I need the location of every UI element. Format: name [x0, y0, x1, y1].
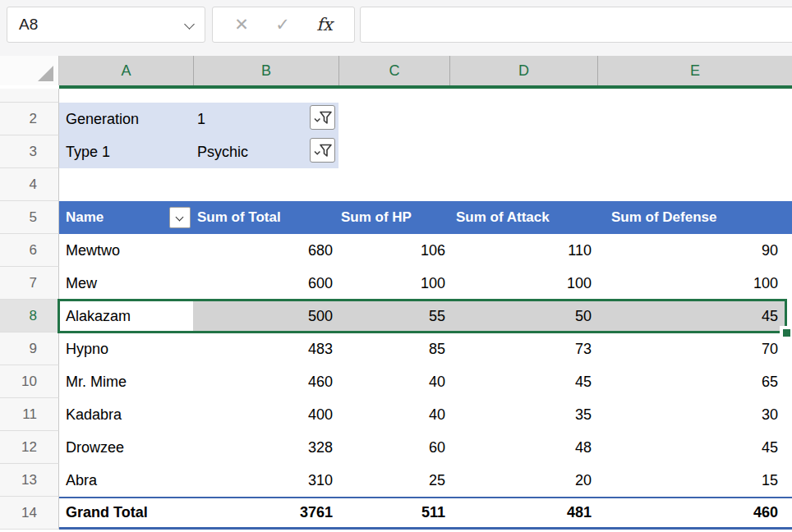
name-filter-dropdown-button[interactable] — [169, 207, 191, 228]
cell-B10-value[interactable]: 460 — [193, 365, 338, 398]
cell-E8-value[interactable]: 45 — [597, 300, 792, 332]
cell-A9-name[interactable]: Hypno — [59, 332, 193, 365]
row-header-10[interactable]: 10 — [0, 365, 59, 398]
cell-C8-value[interactable]: 55 — [338, 300, 449, 332]
cell-C11-value[interactable]: 40 — [338, 398, 449, 431]
cell-C6-value[interactable]: 106 — [338, 234, 449, 267]
chevron-down-icon — [176, 213, 184, 222]
row-header-12[interactable]: 12 — [0, 431, 59, 464]
cell-A10-name[interactable]: Mr. Mime — [59, 365, 193, 398]
cell-E9-value[interactable]: 70 — [597, 332, 792, 365]
cell-B6-value[interactable]: 680 — [193, 234, 338, 267]
cell-C9-value[interactable]: 85 — [338, 332, 449, 365]
name-box[interactable]: A8 — [7, 7, 205, 43]
empty-cell-D2[interactable] — [449, 103, 597, 135]
filter-button-generation[interactable] — [310, 105, 335, 130]
column-header-C[interactable]: C — [338, 56, 449, 85]
pivot-header-sum-of-total[interactable]: Sum of Total — [193, 201, 338, 234]
cell-D13-value[interactable]: 20 — [449, 464, 597, 497]
cell-A7-name[interactable]: Mew — [59, 267, 193, 300]
cell-E12-value[interactable]: 45 — [597, 431, 792, 464]
row-header-14[interactable]: 14 — [0, 497, 59, 530]
pivot-header-sum-of-defense[interactable]: Sum of Defense — [597, 201, 792, 234]
row-header-6[interactable]: 6 — [0, 234, 59, 267]
enter-icon[interactable]: ✓ — [275, 15, 290, 34]
sheet-row-11: 11Kadabra400403530 — [0, 398, 792, 431]
row-header-11[interactable]: 11 — [0, 398, 59, 431]
column-header-B[interactable]: B — [193, 56, 338, 85]
row-header-5[interactable]: 5 — [0, 201, 59, 234]
column-header-A[interactable]: A — [59, 56, 193, 85]
cell-A8-name[interactable]: Alakazam — [59, 300, 193, 332]
column-header-row: ABCDE — [0, 56, 792, 85]
select-all-triangle-icon — [38, 66, 53, 81]
row-header-9[interactable]: 9 — [0, 332, 59, 365]
cell-E7-value[interactable]: 100 — [597, 267, 792, 300]
column-header-E[interactable]: E — [597, 56, 792, 85]
cell-A13-name[interactable]: Abra — [59, 464, 193, 497]
row-header-13[interactable]: 13 — [0, 464, 59, 497]
cell-A12-name[interactable]: Drowzee — [59, 431, 193, 464]
cell-B7-value[interactable]: 600 — [193, 267, 338, 300]
grand-total-label-cell[interactable]: Grand Total — [59, 497, 193, 530]
sheet-row-14: 14Grand Total3761511481460 — [0, 497, 792, 530]
row-header-7[interactable]: 7 — [0, 267, 59, 300]
pivot-header-name[interactable]: Name — [59, 201, 193, 234]
row-header-1[interactable]: 1 — [0, 89, 59, 103]
empty-cell-E2[interactable] — [597, 103, 792, 135]
cell-D7-value[interactable]: 100 — [449, 267, 597, 300]
cell-E11-value[interactable]: 30 — [597, 398, 792, 431]
row-header-3[interactable]: 3 — [0, 135, 59, 168]
cell-D11-value[interactable]: 35 — [449, 398, 597, 431]
empty-cell-C3[interactable] — [338, 135, 449, 168]
cell-A6-name[interactable]: Mewtwo — [59, 234, 193, 267]
filter-field-cell-A3[interactable]: Type 1 — [59, 135, 193, 168]
empty-cell-E3[interactable] — [597, 135, 792, 168]
row-header-8[interactable]: 8 — [0, 300, 59, 332]
pivot-header-sum-of-hp[interactable]: Sum of HP — [338, 201, 449, 234]
row-header-4[interactable]: 4 — [0, 168, 59, 201]
cell-B8-value[interactable]: 500 — [193, 300, 338, 332]
empty-cell-C2[interactable] — [338, 103, 449, 135]
sheet-row-9: 9Hypno483857370 — [0, 332, 792, 365]
cell-A11-name[interactable]: Kadabra — [59, 398, 193, 431]
grand-total-E-value[interactable]: 460 — [597, 497, 792, 530]
cell-C7-value[interactable]: 100 — [338, 267, 449, 300]
cell-C10-value[interactable]: 40 — [338, 365, 449, 398]
cell-B13-value[interactable]: 310 — [193, 464, 338, 497]
cell-D8-value[interactable]: 50 — [449, 300, 597, 332]
cell-C13-value[interactable]: 25 — [338, 464, 449, 497]
cell-D10-value[interactable]: 45 — [449, 365, 597, 398]
filter-value-cell-B2[interactable]: 1 — [193, 103, 338, 135]
grand-total-C-value[interactable]: 511 — [338, 497, 449, 530]
cancel-icon[interactable]: ✕ — [234, 15, 249, 34]
cell-D12-value[interactable]: 48 — [449, 431, 597, 464]
sheet-row-10: 10Mr. Mime460404565 — [0, 365, 792, 398]
empty-cell-D3[interactable] — [449, 135, 597, 168]
empty-row-4[interactable] — [59, 168, 792, 201]
cell-D9-value[interactable]: 73 — [449, 332, 597, 365]
grand-total-B-value[interactable]: 3761 — [193, 497, 338, 530]
cell-D6-value[interactable]: 110 — [449, 234, 597, 267]
filter-value-cell-B3[interactable]: Psychic — [193, 135, 338, 168]
insert-function-icon[interactable]: fx — [316, 15, 333, 34]
cell-E13-value[interactable]: 15 — [597, 464, 792, 497]
select-all-button[interactable] — [0, 56, 59, 85]
cell-E10-value[interactable]: 65 — [597, 365, 792, 398]
empty-row-1[interactable] — [59, 89, 792, 103]
cell-E6-value[interactable]: 90 — [597, 234, 792, 267]
name-box-chevron-down-icon[interactable] — [184, 19, 195, 30]
row-header-2[interactable]: 2 — [0, 103, 59, 135]
grand-total-D-value[interactable]: 481 — [449, 497, 597, 530]
formula-buttons: ✕ ✓ fx — [212, 7, 355, 43]
column-header-D[interactable]: D — [449, 56, 597, 85]
pivot-header-sum-of-attack[interactable]: Sum of Attack — [449, 201, 597, 234]
formula-bar-input[interactable] — [360, 7, 792, 43]
cell-C12-value[interactable]: 60 — [338, 431, 449, 464]
cell-B11-value[interactable]: 400 — [193, 398, 338, 431]
cell-B9-value[interactable]: 483 — [193, 332, 338, 365]
cell-B12-value[interactable]: 328 — [193, 431, 338, 464]
worksheet: ABCDE 12Generation13Type 1Psychic45NameS… — [0, 56, 792, 532]
filter-button-type-1[interactable] — [310, 138, 335, 163]
filter-field-cell-A2[interactable]: Generation — [59, 103, 193, 135]
